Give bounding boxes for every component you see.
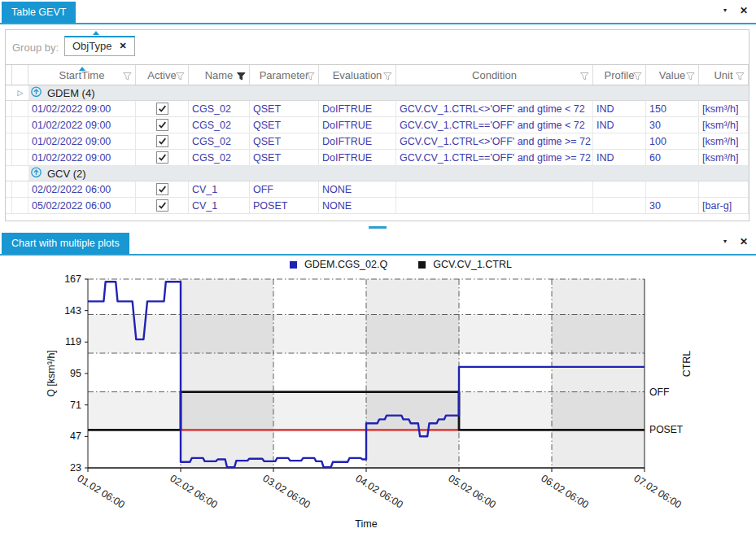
active-checkbox[interactable] [156, 103, 168, 115]
cell-unit[interactable]: [ksm³/h] [699, 101, 749, 116]
filter-icon[interactable] [383, 71, 392, 83]
cell-unit[interactable]: [bar-g] [699, 198, 749, 213]
filter-icon[interactable] [736, 71, 745, 83]
cell-value[interactable]: 30 [646, 117, 699, 133]
cell-parameter[interactable]: QSET [250, 101, 319, 116]
cell-condition[interactable]: GCV.CV_1.CTRL=='OFF' and gtime >= 72 [396, 150, 593, 165]
cell-parameter[interactable]: QSET [250, 133, 319, 149]
cell-starttime[interactable]: 02/02/2022 06:00 [28, 181, 136, 197]
cell-condition[interactable]: GCV.CV_1.CTRL<>'OFF' and gtime < 72 [396, 101, 593, 116]
cell-value[interactable]: 30 [646, 198, 699, 213]
cell-profile[interactable]: IND [593, 117, 646, 133]
cell-evaluation[interactable]: NONE [319, 181, 396, 197]
column-header-profile[interactable]: Profile [593, 65, 646, 85]
cell-parameter[interactable]: QSET [250, 117, 319, 133]
column-header-active[interactable]: Active [136, 65, 189, 85]
cell-condition[interactable]: GCV.CV_1.CTRL<>'OFF' and gtime >= 72 [396, 133, 593, 149]
column-header-starttime[interactable]: StartTime [28, 65, 136, 85]
cell-profile[interactable] [593, 198, 646, 213]
cell-name[interactable]: CV_1 [189, 198, 250, 213]
horizontal-scrollbar-thumb[interactable] [369, 226, 387, 229]
column-header-name[interactable]: Name [189, 65, 250, 85]
cell-condition[interactable] [396, 181, 593, 197]
filter-icon[interactable] [633, 71, 642, 83]
cell-name[interactable]: CV_1 [189, 181, 250, 197]
panel-close-icon[interactable]: ✕ [740, 4, 748, 17]
column-header-parameter[interactable]: Parameter [250, 65, 319, 85]
cell-value[interactable]: 100 [646, 133, 699, 149]
collapse-group-icon[interactable] [30, 85, 42, 100]
filter-icon[interactable] [580, 71, 589, 83]
cell-active[interactable] [136, 150, 189, 165]
row-expander-cell [12, 150, 28, 165]
cell-evaluation[interactable]: DoIFTRUE [319, 117, 396, 133]
filter-icon[interactable] [176, 71, 185, 83]
cell-evaluation[interactable]: DoIFTRUE [319, 101, 396, 116]
tab-table-gevt[interactable]: Table GEVT [2, 2, 76, 23]
x-tick-label: 04.02 06:00 [353, 473, 404, 511]
column-header-value[interactable]: Value [646, 65, 699, 85]
cell-profile[interactable] [593, 181, 646, 197]
cell-active[interactable] [136, 101, 189, 116]
group-header-cell[interactable]: GDEM (4) [28, 85, 749, 100]
active-checkbox[interactable] [156, 199, 168, 212]
cell-condition[interactable] [396, 198, 593, 213]
column-header-unit[interactable]: Unit [699, 65, 749, 85]
active-checkbox[interactable] [156, 151, 168, 164]
group-expander-cell: ▷ [12, 85, 28, 100]
y-tick-label: 23 [70, 462, 81, 474]
cell-value[interactable]: 150 [646, 101, 699, 116]
cell-unit[interactable] [699, 181, 749, 197]
filter-icon[interactable] [123, 71, 132, 83]
x-tick-label: 01.02 06:00 [75, 473, 126, 511]
cell-evaluation[interactable]: NONE [319, 198, 396, 213]
cell-name[interactable]: CGS_02 [189, 117, 250, 133]
cell-starttime[interactable]: 01/02/2022 09:00 [28, 133, 136, 149]
cell-profile[interactable]: IND [593, 150, 646, 165]
cell-unit[interactable]: [ksm³/h] [699, 133, 749, 149]
column-header-condition[interactable]: Condition [396, 65, 593, 85]
active-checkbox[interactable] [156, 119, 168, 131]
cell-evaluation[interactable]: DoIFTRUE [319, 150, 396, 165]
group-chip-remove-icon[interactable]: ✕ [119, 41, 126, 51]
cell-parameter[interactable]: POSET [250, 198, 319, 213]
group-row[interactable]: GCV (2) [6, 166, 749, 181]
cell-active[interactable] [136, 181, 189, 197]
cell-starttime[interactable]: 05/02/2022 06:00 [28, 198, 136, 213]
cell-condition[interactable]: GCV.CV_1.CTRL=='OFF' and gtime < 72 [396, 117, 593, 133]
cell-name[interactable]: CGS_02 [189, 133, 250, 149]
group-header-cell[interactable]: GCV (2) [28, 166, 749, 181]
cell-starttime[interactable]: 01/02/2022 09:00 [28, 150, 136, 165]
cell-name[interactable]: CGS_02 [189, 150, 250, 165]
cell-profile[interactable]: IND [593, 101, 646, 116]
cell-value[interactable]: 60 [646, 150, 699, 165]
cell-unit[interactable]: [ksm³/h] [699, 117, 749, 133]
cell-parameter[interactable]: QSET [250, 150, 319, 165]
cell-active[interactable] [136, 117, 189, 133]
cell-profile[interactable] [593, 133, 646, 149]
active-checkbox[interactable] [156, 183, 168, 195]
cell-starttime[interactable]: 01/02/2022 09:00 [28, 117, 136, 133]
cell-value[interactable] [646, 181, 699, 197]
cell-name[interactable]: CGS_02 [189, 101, 250, 116]
panel-collapse-icon[interactable]: ▾ [723, 4, 727, 17]
collapse-group-icon[interactable] [30, 166, 42, 181]
cell-evaluation[interactable]: DoIFTRUE [319, 133, 396, 149]
group-chip-label: ObjType [72, 40, 111, 52]
cell-unit[interactable]: [ksm³/h] [699, 150, 749, 165]
cell-active[interactable] [136, 133, 189, 149]
cell-starttime[interactable]: 01/02/2022 09:00 [28, 101, 136, 116]
group-expander-cell [12, 166, 28, 181]
filter-icon[interactable] [237, 71, 246, 83]
cell-active[interactable] [136, 198, 189, 213]
column-header-evaluation[interactable]: Evaluation [319, 65, 396, 85]
row-expander-icon[interactable]: ▷ [18, 90, 24, 97]
group-chip-objtype[interactable]: ObjType ✕ [64, 36, 135, 56]
y-axis-title: Q [ksm³/h] [46, 350, 57, 397]
day-band [181, 279, 273, 468]
filter-icon[interactable] [306, 71, 315, 83]
cell-parameter[interactable]: OFF [250, 181, 319, 197]
group-row[interactable]: ▷GDEM (4) [6, 85, 749, 101]
active-checkbox[interactable] [156, 135, 168, 147]
filter-icon[interactable] [686, 71, 695, 83]
